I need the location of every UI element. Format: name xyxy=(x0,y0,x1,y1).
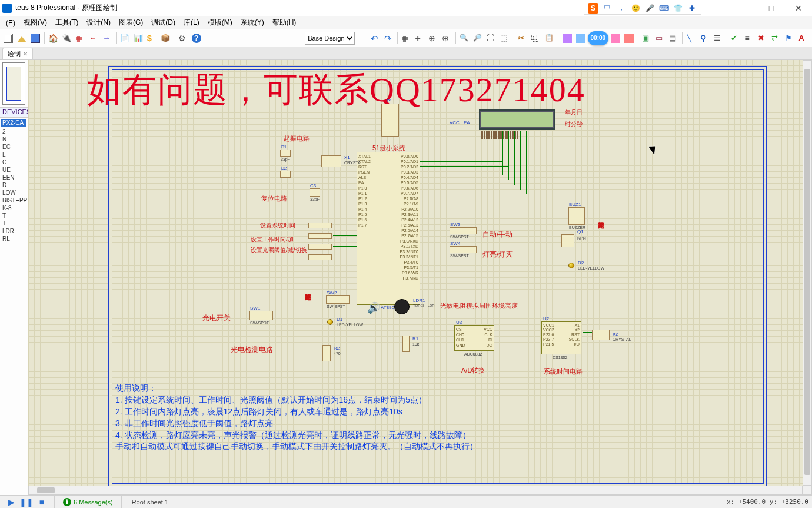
device-item[interactable]: UE xyxy=(1,166,26,174)
tb-lib[interactable] xyxy=(667,31,680,45)
component-d2-led[interactable] xyxy=(568,263,574,268)
component-x1[interactable]: X1 CRYSTAL xyxy=(321,155,341,167)
menu-view[interactable]: 视图(V) xyxy=(20,16,51,29)
component-sw4[interactable]: SW4 SW-SPST xyxy=(450,246,477,253)
tab-close-icon[interactable]: ✕ xyxy=(23,51,28,57)
menu-edit[interactable]: (E) xyxy=(2,18,19,28)
tb-merge[interactable] xyxy=(770,31,783,45)
component-r2[interactable]: R2 470 xyxy=(322,345,331,361)
maximize-button[interactable]: □ xyxy=(758,0,785,16)
minimize-button[interactable]: — xyxy=(731,0,758,16)
sim-play-button[interactable]: ▶ xyxy=(4,496,19,508)
ime-voice-icon[interactable]: 🎤 xyxy=(644,3,655,14)
device-item[interactable]: T xyxy=(1,212,26,220)
menu-tools[interactable]: 工具(T) xyxy=(52,16,82,29)
component-q1[interactable]: Q1 NPN xyxy=(561,234,574,247)
tb-home[interactable] xyxy=(47,31,59,45)
tb-copy[interactable] xyxy=(530,31,542,45)
tb-block-copy[interactable] xyxy=(561,31,573,45)
device-item[interactable]: K-8 xyxy=(1,204,26,212)
component-x2[interactable]: X2 CRYSTAL xyxy=(592,330,610,340)
tb-prop[interactable] xyxy=(712,31,724,45)
tb-undo[interactable] xyxy=(369,31,381,45)
device-item[interactable]: BISTEPP xyxy=(1,197,26,204)
tb-open[interactable] xyxy=(16,31,28,45)
tb-help[interactable] xyxy=(190,31,202,45)
device-item[interactable]: LDR xyxy=(1,227,26,235)
tb-origin[interactable] xyxy=(427,31,440,45)
component-sw1[interactable]: SW1 SW-SPDT xyxy=(249,311,273,320)
tb-make-pkg[interactable] xyxy=(654,31,666,45)
sim-stop-button[interactable]: ■ xyxy=(34,496,49,508)
tb-zoom-fit[interactable] xyxy=(485,31,498,45)
design-variant-select[interactable]: Base Design xyxy=(305,32,355,45)
scrollbar-horizontal[interactable] xyxy=(28,486,803,495)
tb-forward[interactable] xyxy=(101,31,114,45)
device-item[interactable]: LOW xyxy=(1,189,26,197)
tb-flag[interactable] xyxy=(784,31,796,45)
menu-system[interactable]: 系统(Y) xyxy=(237,16,268,29)
menu-template[interactable]: 模版(M) xyxy=(204,16,236,29)
tb-pan[interactable] xyxy=(441,31,453,45)
messages-button[interactable]: 6 Message(s) xyxy=(59,498,117,506)
device-item[interactable]: EEN xyxy=(1,174,26,181)
tab-schematic[interactable]: 绘制 ✕ xyxy=(2,48,33,59)
tb-net[interactable] xyxy=(743,31,756,45)
ime-logo-icon[interactable]: S xyxy=(588,3,598,14)
tb-wire-auto[interactable] xyxy=(685,31,697,45)
tb-back[interactable] xyxy=(88,31,100,45)
component-sw3[interactable]: SW3 SW-SPST xyxy=(450,227,477,234)
tb-zoom-in[interactable] xyxy=(458,31,471,45)
tb-chip[interactable] xyxy=(74,31,86,45)
device-item[interactable]: C xyxy=(1,158,26,166)
ime-punct[interactable]: ， xyxy=(616,3,627,14)
device-item[interactable]: PX2-CA xyxy=(1,119,26,127)
component-r1[interactable]: R1 10k xyxy=(402,336,410,352)
tb-new[interactable] xyxy=(2,31,15,45)
tb-find[interactable] xyxy=(698,31,711,45)
component-p1[interactable]: P1 xyxy=(381,104,399,137)
close-button[interactable]: ✕ xyxy=(785,0,812,16)
tb-pkg[interactable] xyxy=(159,31,171,45)
menu-debug[interactable]: 调试(D) xyxy=(148,16,179,29)
tb-schematic[interactable] xyxy=(61,31,73,45)
overview-panel[interactable] xyxy=(2,62,25,105)
tb-bom[interactable] xyxy=(145,31,158,45)
device-item[interactable]: EC xyxy=(1,143,26,151)
component-btn-3[interactable] xyxy=(308,244,332,250)
device-item[interactable]: N xyxy=(1,135,26,143)
component-d1-led[interactable] xyxy=(327,319,333,325)
tb-xls[interactable] xyxy=(132,31,144,45)
tb-delete[interactable] xyxy=(757,31,769,45)
device-item[interactable]: T xyxy=(1,220,26,227)
component-btn-4[interactable] xyxy=(308,254,332,260)
tb-zoom-sel[interactable] xyxy=(499,31,511,45)
devices-list[interactable]: PX2-CA2NECLCUEEENDLOWBISTEPPK-8TTLDRRL xyxy=(0,118,28,495)
component-u3[interactable]: U3 CSCH0CH1GND VCCCLKDIDO ADC0832 xyxy=(454,325,494,351)
component-lcd[interactable] xyxy=(479,109,555,130)
tb-paste[interactable] xyxy=(543,31,555,45)
tb-erc[interactable] xyxy=(730,31,742,45)
component-mcu[interactable]: XTAL1XTAL2RSTPSENALEEAP1.0P1.1P1.2P1.3P1… xyxy=(357,152,420,305)
component-buz1[interactable]: BUZ1 BUZZER xyxy=(568,207,585,225)
sim-pause-button[interactable]: ❚❚ xyxy=(19,496,34,508)
tb-text[interactable] xyxy=(797,31,810,45)
tb-settings[interactable] xyxy=(177,31,189,45)
tb-block-move[interactable] xyxy=(574,31,587,45)
tb-block-del[interactable] xyxy=(623,31,635,45)
component-u2[interactable]: U2 VCC1VCC2P22 6P23 7P21 5 X1X2RSTSCLKI/… xyxy=(541,321,581,354)
component-c3[interactable]: C3 33pF xyxy=(310,188,320,197)
tb-block-rot[interactable] xyxy=(610,31,622,45)
tb-pick[interactable] xyxy=(640,31,653,45)
component-sw2[interactable]: SW2 SW-SPST xyxy=(326,295,350,304)
schematic-canvas[interactable]: 如有问题，可联系QQ173271404 XTAL1XTAL2RSTPSENALE… xyxy=(28,60,812,495)
tb-zoom-out[interactable] xyxy=(472,31,484,45)
component-btn-1[interactable] xyxy=(308,223,332,228)
device-item[interactable]: 2 xyxy=(1,128,26,135)
ime-emoji-icon[interactable]: 🙂 xyxy=(630,3,641,14)
tb-doc1[interactable] xyxy=(118,31,131,45)
ime-mode[interactable]: 中 xyxy=(602,3,613,14)
component-btn-2[interactable] xyxy=(308,233,332,239)
menu-library[interactable]: 库(L) xyxy=(180,16,203,29)
menu-design[interactable]: 设计(N) xyxy=(83,16,114,29)
